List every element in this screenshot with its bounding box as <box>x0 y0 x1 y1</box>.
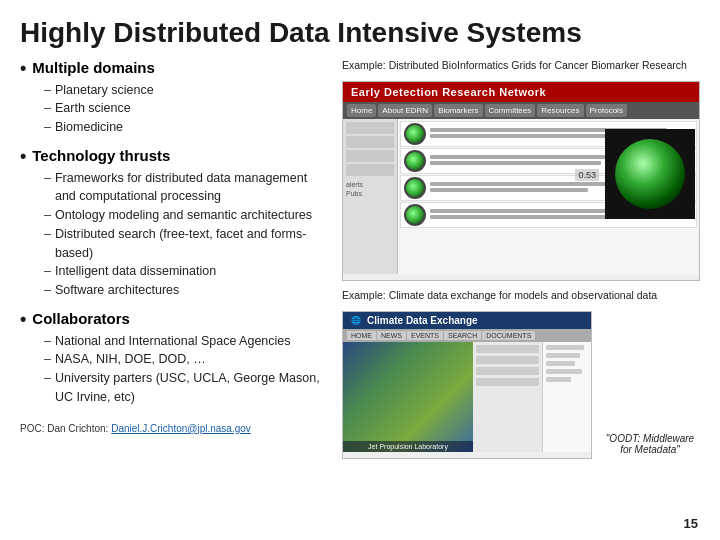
cde-sidebar2-item-4[interactable] <box>476 378 539 386</box>
edrn-text-line <box>430 161 601 165</box>
cde-image-overlay: Jet Propulsion Laboratory <box>343 441 473 452</box>
edrn-sidebar-label-alerts: alerts <box>346 181 394 188</box>
page-number: 15 <box>680 515 702 532</box>
cde-sidebar2-item-2[interactable] <box>476 356 539 364</box>
sub-item-biomedicine: – Biomedicine <box>44 118 330 137</box>
edrn-sidebar: alerts Pubs <box>343 119 398 274</box>
oodt-label: "OODT: Middleware for Metadata" <box>600 433 700 455</box>
slide: Highly Distributed Data Intensive System… <box>0 0 720 540</box>
slide-title: Highly Distributed Data Intensive System… <box>20 18 700 49</box>
cde-sidebar2 <box>473 342 543 452</box>
cde-title: Climate Data Exchange <box>367 315 478 326</box>
edrn-sidebar-item-1[interactable] <box>346 122 394 134</box>
content-area: • Multiple domains – Planetary science –… <box>20 59 700 530</box>
cde-header: 🌐 Climate Data Exchange <box>343 312 591 329</box>
sub-item-dissemination: – Intelligent data dissemination <box>44 262 330 281</box>
left-column: • Multiple domains – Planetary science –… <box>20 59 330 530</box>
sub-item-earth: – Earth science <box>44 99 330 118</box>
edrn-text-line <box>430 215 619 219</box>
edrn-text-line <box>430 134 614 138</box>
edrn-thumb-1 <box>404 123 426 145</box>
bullet-dot-1: • <box>20 59 26 79</box>
bullet-sub-collab: – National and International Space Agenc… <box>20 332 330 407</box>
cde-text-row <box>546 345 584 350</box>
edrn-sidebar-item-3[interactable] <box>346 150 394 162</box>
edrn-body: alerts Pubs <box>343 119 699 274</box>
sub-item-planetary: – Planetary science <box>44 81 330 100</box>
edrn-thumb-green-4 <box>406 206 424 224</box>
cde-nav-search[interactable]: SEARCH <box>444 331 481 340</box>
bullet-section-tech: • Technology thrusts – Frameworks for di… <box>20 147 330 300</box>
sub-item-nasa: – NASA, NIH, DOE, DOD, … <box>44 350 330 369</box>
sub-item-search: – Distributed search (free-text, facet a… <box>44 225 330 263</box>
sub-item-space-agencies: – National and International Space Agenc… <box>44 332 330 351</box>
bullet-label-collab: Collaborators <box>32 310 130 327</box>
cde-nav-events[interactable]: EVENTS <box>407 331 443 340</box>
cde-row: 🌐 Climate Data Exchange HOME NEWS EVENTS… <box>342 311 700 459</box>
edrn-thumb-green-2 <box>406 152 424 170</box>
cde-nav-home[interactable]: HOME <box>347 331 376 340</box>
edrn-cell-image <box>615 139 685 209</box>
edrn-nav-item-6[interactable]: Protocols <box>586 104 627 117</box>
bullet-section-domains: • Multiple domains – Planetary science –… <box>20 59 330 137</box>
edrn-screenshot: Early Detection Research Network Home Ab… <box>342 81 700 281</box>
cde-text-row <box>546 369 582 374</box>
bullet-dot-3: • <box>20 310 26 330</box>
edrn-header: Early Detection Research Network <box>343 82 699 102</box>
bullet-main-domains: • Multiple domains <box>20 59 330 79</box>
cde-main <box>543 342 591 452</box>
bullet-main-collab: • Collaborators <box>20 310 330 330</box>
edrn-nav-item-1[interactable]: Home <box>347 104 376 117</box>
edrn-nav: Home About EDRN Biomarkers Committees Re… <box>343 102 699 119</box>
poc-email-link[interactable]: Daniel.J.Crichton@jpl.nasa.gov <box>111 423 251 434</box>
poc-label: POC: Dan Crichton: <box>20 423 108 434</box>
cde-text-row <box>546 361 575 366</box>
edrn-main: 0.53 <box>398 119 699 274</box>
edrn-text-line <box>430 188 588 192</box>
sub-item-universities: – University parters (USC, UCLA, George … <box>44 369 330 407</box>
cde-text-row <box>546 377 571 382</box>
edrn-thumb-2 <box>404 150 426 172</box>
bullet-section-collab: • Collaborators – National and Internati… <box>20 310 330 407</box>
example1-label: Example: Distributed BioInformatics Grid… <box>342 59 700 71</box>
bullet-dot-2: • <box>20 147 26 167</box>
edrn-sidebar-item-4[interactable] <box>346 164 394 176</box>
cde-body: Jet Propulsion Laboratory <box>343 342 591 452</box>
bullet-label-tech: Technology thrusts <box>32 147 170 164</box>
sub-item-software: – Software architectures <box>44 281 330 300</box>
bullet-sub-domains: – Planetary science – Earth science – Bi… <box>20 81 330 137</box>
cde-landscape-image: Jet Propulsion Laboratory <box>343 342 473 452</box>
poc-line: POC: Dan Crichton: Daniel.J.Crichton@jpl… <box>20 423 330 434</box>
cde-screenshot: 🌐 Climate Data Exchange HOME NEWS EVENTS… <box>342 311 592 459</box>
edrn-image-area <box>605 129 695 219</box>
cde-nav-news[interactable]: NEWS <box>377 331 406 340</box>
edrn-sidebar-item-2[interactable] <box>346 136 394 148</box>
cde-logo: 🌐 <box>351 316 361 325</box>
cde-nav: HOME NEWS EVENTS SEARCH DOCUMENTS <box>343 329 591 342</box>
cde-text-row <box>546 353 580 358</box>
bullet-sub-tech: – Frameworks for distributed data manage… <box>20 169 330 300</box>
bullet-main-tech: • Technology thrusts <box>20 147 330 167</box>
cde-sidebar2-item-1[interactable] <box>476 345 539 353</box>
edrn-thumb-4 <box>404 204 426 226</box>
bullet-label-domains: Multiple domains <box>32 59 155 76</box>
sub-item-frameworks: – Frameworks for distributed data manage… <box>44 169 330 207</box>
edrn-thumb-3 <box>404 177 426 199</box>
sub-item-ontology: – Ontology modeling and semantic archite… <box>44 206 330 225</box>
edrn-score-badge: 0.53 <box>575 169 599 181</box>
edrn-nav-item-5[interactable]: Resources <box>537 104 583 117</box>
edrn-nav-item-2[interactable]: About EDRN <box>378 104 432 117</box>
right-column: Example: Distributed BioInformatics Grid… <box>342 59 700 530</box>
edrn-thumb-green-3 <box>406 179 424 197</box>
cde-sidebar2-item-3[interactable] <box>476 367 539 375</box>
edrn-sidebar-label-pubs: Pubs <box>346 190 394 197</box>
edrn-thumb-green-1 <box>406 125 424 143</box>
edrn-nav-item-4[interactable]: Committees <box>485 104 536 117</box>
edrn-nav-item-3[interactable]: Biomarkers <box>434 104 482 117</box>
example2-label: Example: Climate data exchange for model… <box>342 289 700 301</box>
cde-nav-docs[interactable]: DOCUMENTS <box>482 331 535 340</box>
